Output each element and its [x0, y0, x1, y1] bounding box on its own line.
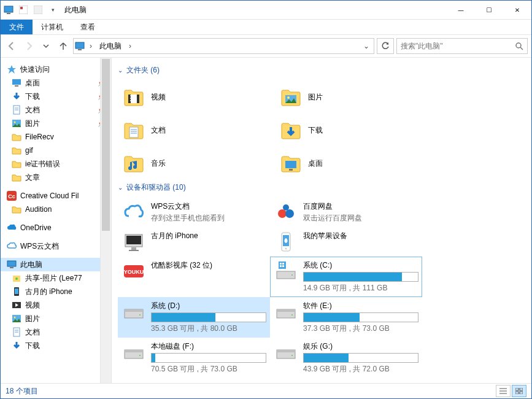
sidebar-item[interactable]: 图片	[1, 312, 111, 325]
folder-item[interactable]: 桌面	[275, 147, 432, 180]
folder-name: 视频	[151, 92, 166, 103]
device-item[interactable]: 软件 (E:)37.3 GB 可用 , 共 73.0 GB	[270, 297, 422, 338]
sidebar-item-label: Creative Cloud Fil	[20, 192, 79, 200]
phone-icon	[12, 287, 21, 296]
app-icon	[18, 4, 29, 15]
drive-icon	[275, 341, 297, 363]
baidu-icon	[275, 201, 297, 223]
scrollbar-thumb[interactable]	[102, 59, 110, 231]
svg-rect-67	[277, 309, 295, 312]
docs-icon	[123, 119, 145, 141]
chevron-right-icon[interactable]: ›	[126, 42, 134, 50]
sidebar-scrollbar[interactable]	[100, 58, 111, 383]
storage-bar	[151, 312, 266, 322]
sidebar-item-label: 文章	[25, 172, 40, 183]
sidebar-item[interactable]: Audition	[1, 203, 111, 216]
svg-point-74	[291, 355, 293, 356]
device-item[interactable]: 我的苹果设备	[270, 227, 422, 257]
minimize-button[interactable]: —	[447, 1, 475, 19]
sidebar-item[interactable]: 古月的 iPhone	[1, 285, 111, 298]
chevron-down-icon: ⌄	[118, 67, 123, 74]
tab-file[interactable]: 文件	[1, 20, 33, 34]
folder-item[interactable]: 文档	[118, 114, 275, 147]
svg-rect-18	[7, 261, 16, 266]
sidebar-item[interactable]: 下载	[1, 339, 111, 352]
sidebar-item[interactable]: ie证书错误	[1, 157, 111, 171]
docs-sm-icon	[12, 327, 21, 337]
qat-dropdown-icon[interactable]: ▾	[47, 4, 58, 15]
svg-rect-81	[520, 392, 523, 394]
ribbon-tabs: 文件 计算机 查看	[1, 20, 531, 34]
close-button[interactable]: ✕	[503, 1, 531, 19]
svg-point-21	[15, 277, 18, 280]
sidebar-item-label: ie证书错误	[25, 159, 60, 169]
device-name: 本地磁盘 (F:)	[151, 341, 266, 352]
sidebar-item[interactable]: OneDrive	[1, 221, 111, 234]
folder-item[interactable]: 下载	[275, 114, 432, 147]
cc-icon: Cc	[7, 191, 17, 201]
svg-rect-78	[515, 388, 519, 390]
sidebar-item[interactable]: 快速访问	[1, 63, 111, 76]
chevron-right-icon[interactable]: ›	[87, 42, 94, 50]
svg-rect-50	[129, 250, 139, 251]
device-item[interactable]: WPS云文档存到这里手机也能看到	[118, 198, 270, 227]
sidebar-item[interactable]: 图片📌	[1, 117, 111, 130]
device-item[interactable]: 系统 (C:)14.9 GB 可用 , 共 111 GB	[270, 257, 422, 297]
svg-point-46	[283, 204, 289, 211]
svg-rect-73	[277, 350, 295, 352]
forward-button[interactable]	[21, 39, 36, 53]
sidebar-item[interactable]: gif	[1, 144, 111, 157]
sidebar-item-label: WPS云文档	[20, 241, 59, 252]
sidebar-item[interactable]: 此电脑	[1, 258, 111, 271]
refresh-button[interactable]	[377, 38, 394, 54]
svg-point-62	[291, 274, 293, 276]
device-item[interactable]: 娱乐 (G:)43.9 GB 可用 , 共 72.0 GB	[270, 338, 422, 378]
sidebar-item[interactable]: 下载📌	[1, 90, 111, 103]
sidebar-item[interactable]: FileRecv	[1, 130, 111, 144]
sidebar-item[interactable]: CcCreative Cloud Fil	[1, 189, 111, 203]
device-item[interactable]: 本地磁盘 (F:)70.5 GB 可用 , 共 73.0 GB	[118, 338, 270, 378]
tiles-view-button[interactable]	[512, 385, 526, 397]
details-view-button[interactable]	[496, 385, 511, 397]
sidebar-item[interactable]: 文章	[1, 171, 111, 184]
folder-sm-icon	[12, 172, 21, 182]
device-item[interactable]: YOUKU优酷影视库 (32 位)	[118, 257, 270, 297]
sidebar-item-label: 文档	[25, 327, 40, 338]
sidebar-item[interactable]: 视频	[1, 298, 111, 312]
group-header-devices[interactable]: ⌄ 设备和驱动器 (10)	[118, 182, 525, 193]
sidebar-item[interactable]: WPS云文档	[1, 239, 111, 253]
device-item[interactable]: 百度网盘双击运行百度网盘	[270, 198, 422, 227]
folder-item[interactable]: 图片	[275, 80, 432, 114]
address-bar[interactable]: › 此电脑 › ⌄	[73, 38, 374, 54]
svg-rect-32	[137, 95, 139, 103]
svg-rect-4	[34, 6, 42, 14]
title-bar: ▾ 此电脑 — ☐ ✕	[1, 1, 531, 20]
folder-item[interactable]: 视频	[118, 80, 275, 114]
maximize-button[interactable]: ☐	[475, 1, 503, 19]
folder-sm-icon	[12, 145, 21, 155]
device-item[interactable]: 古月的 iPhone	[118, 227, 270, 257]
storage-bar	[303, 353, 418, 363]
up-button[interactable]	[56, 39, 71, 53]
folder-name: 桌面	[308, 158, 323, 169]
group-header-folders[interactable]: ⌄ 文件夹 (6)	[118, 65, 525, 76]
sidebar-item[interactable]: 文档	[1, 325, 111, 339]
sidebar-item[interactable]: 文档📌	[1, 103, 111, 117]
breadcrumb-segment[interactable]: 此电脑	[97, 41, 124, 52]
search-input[interactable]: 搜索"此电脑"	[396, 38, 528, 54]
tab-computer[interactable]: 计算机	[33, 20, 72, 34]
svg-rect-70	[125, 350, 143, 352]
wpscloud-sm-icon	[7, 241, 17, 251]
folder-item[interactable]: 音乐	[118, 147, 275, 180]
device-item[interactable]: 系统 (D:)35.3 GB 可用 , 共 80.0 GB	[118, 297, 270, 338]
navigation-bar: › 此电脑 › ⌄ 搜索"此电脑"	[1, 34, 531, 58]
tab-view[interactable]: 查看	[72, 20, 104, 34]
svg-rect-42	[285, 161, 296, 168]
recent-dropdown[interactable]	[39, 39, 53, 53]
address-dropdown-icon[interactable]: ⌄	[360, 42, 372, 50]
sidebar-item[interactable]: 共享-照片 (Lee77	[1, 271, 111, 285]
back-button[interactable]	[4, 39, 19, 53]
sidebar-item[interactable]: 桌面📌	[1, 76, 111, 90]
sidebar-item-label: 图片	[25, 118, 40, 129]
onedrive-icon	[7, 223, 17, 233]
